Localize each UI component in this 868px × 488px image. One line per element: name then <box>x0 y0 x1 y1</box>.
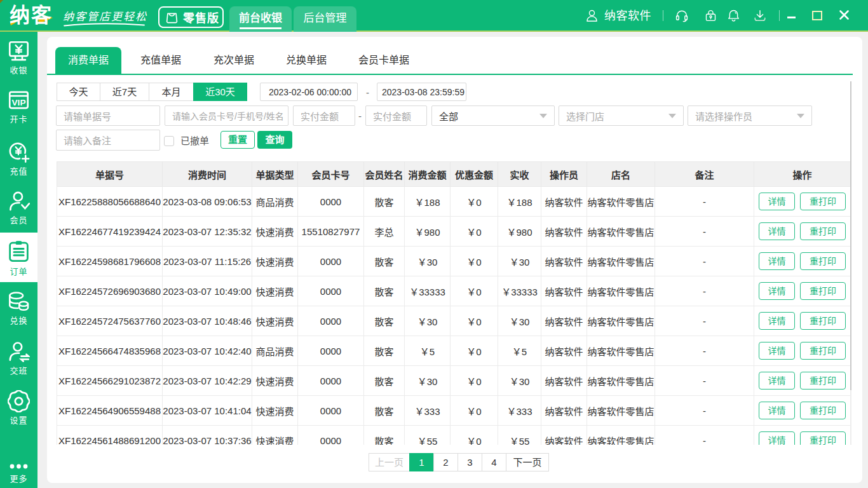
svg-text:VIP: VIP <box>11 98 25 107</box>
